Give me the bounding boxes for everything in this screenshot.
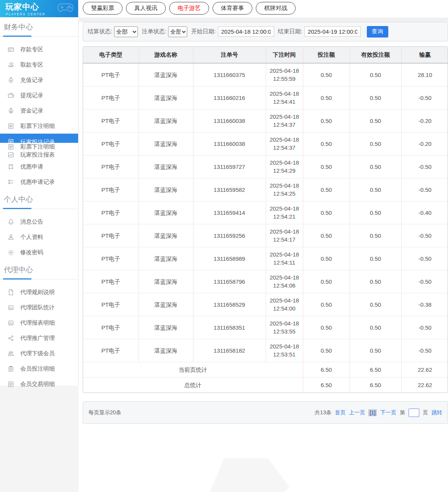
sidebar-item-label: 玩家投注报表 [20, 151, 55, 159]
gear-icon [8, 249, 14, 256]
jump-link[interactable]: 跳转 [432, 409, 442, 416]
column-header: 输赢 [401, 47, 448, 63]
cell-order-number: 1311658182 [193, 339, 266, 362]
tab-3[interactable]: 电子游艺 [169, 2, 209, 15]
tab-4[interactable]: 体育赛事 [213, 2, 252, 15]
cell-bet-amount: 0.50 [303, 155, 350, 178]
end-date-input[interactable] [304, 26, 361, 37]
tab-1[interactable]: 雙赢彩票 [83, 2, 123, 15]
column-header: 电子类型 [83, 47, 139, 63]
next-page-link[interactable]: 下一页 [380, 409, 396, 416]
cell-bet-amount: 0.50 [303, 109, 350, 132]
sidebar-item-profile[interactable]: 个人资料 [0, 229, 78, 245]
first-page-link[interactable]: 首页 [335, 409, 345, 416]
order-status-select[interactable]: 全部 [168, 26, 187, 37]
sidebar-item-withdraw-area[interactable]: 取款专区 [0, 57, 78, 72]
cell-game-name: 湛蓝深海 [139, 201, 193, 224]
cell-valid-bet-amount: 0.50 [350, 316, 401, 339]
sidebar-item-label: 消息公告 [20, 218, 43, 226]
current-page-indicator[interactable]: [1] [368, 409, 377, 416]
summary-row: 总统计6.506.5022.62 [83, 377, 448, 392]
cell-win-loss: 22.62 [401, 362, 448, 377]
bell-icon [8, 219, 14, 225]
sidebar-item-label: 彩票下注明细 [20, 123, 55, 130]
sidebar-item-lottery-bet-details[interactable]: 彩票下注明细 [0, 118, 78, 134]
sidebar-item-recharge-records[interactable]: 充值记录 [0, 72, 78, 88]
tab-5[interactable]: 棋牌对战 [256, 2, 296, 15]
table-row: PT电子湛蓝深海13116583512025-04-18 12:53:550.5… [83, 316, 448, 339]
sidebar-item-change-password[interactable]: 修改密码 [0, 245, 78, 260]
sidebar-item-label: 代理推广管理 [20, 335, 55, 342]
section-title: 代理中心 [0, 260, 78, 278]
sidebar-item-messages[interactable]: 消息公告 [0, 214, 78, 229]
sidebar-item-member-bet-details[interactable]: 会员投注明细 [0, 361, 78, 376]
sidebar-item-promo-apply[interactable]: 优惠申请 [0, 159, 78, 174]
sidebar-item-agent-sub-members[interactable]: 代理下级会员 [0, 346, 78, 361]
cell-bet-time: 2025-04-18 12:54:00 [266, 293, 303, 316]
cell-valid-bet-amount: 6.50 [350, 377, 401, 392]
prev-page-link[interactable]: 上一页 [349, 409, 365, 416]
cell-order-number: 1311658351 [193, 316, 266, 339]
sidebar-item-label: 充值记录 [20, 77, 43, 84]
document-icon [8, 139, 14, 143]
cell-valid-bet-amount: 0.50 [350, 86, 401, 109]
cell-bet-time: 2025-04-18 12:53:55 [266, 316, 303, 339]
section-title: 个人中心 [0, 190, 78, 208]
start-date-input[interactable] [218, 26, 274, 37]
cell-game-name: 湛蓝深海 [139, 339, 193, 362]
cell-win-loss: -0.20 [401, 109, 448, 132]
cell-bet-amount: 0.50 [303, 293, 350, 316]
sidebar-item-label: 个人资料 [20, 234, 43, 241]
table-row: PT电子湛蓝深海13116585292025-04-18 12:54:000.5… [83, 293, 448, 316]
sidebar-item-agent-rules[interactable]: 代理规则说明 [0, 284, 78, 300]
cell-order-number: 1311659414 [193, 201, 266, 224]
cell-game-type: PT电子 [83, 247, 139, 270]
sidebar-item-label: 修改密码 [20, 249, 43, 256]
cell-game-type: PT电子 [83, 293, 139, 316]
sidebar-item-label: 优惠申请 [20, 163, 43, 170]
column-header: 注单号 [193, 47, 266, 63]
sidebar-item-deposit-area[interactable]: 存款专区 [0, 42, 78, 57]
sidebar-item-label: 代理下级会员 [20, 350, 55, 357]
cell-bet-amount: 0.50 [303, 339, 350, 362]
bookmark-icon [8, 163, 14, 170]
cell-win-loss: -0.50 [401, 270, 448, 293]
order-status-label: 注单状态: [142, 28, 166, 35]
tab-2[interactable]: 真人视讯 [126, 2, 166, 15]
cell-order-number: 1311658796 [193, 270, 266, 293]
cell-bet-amount: 0.50 [303, 224, 350, 247]
cell-game-name: 湛蓝深海 [139, 86, 193, 109]
cell-win-loss: -0.38 [401, 293, 448, 316]
sidebar-item-member-transaction-details[interactable]: 会员交易明细 [0, 376, 78, 392]
sidebar-item-agent-report-details[interactable]: 代理报表明细 [0, 315, 78, 330]
sidebar-item-label: 彩票下注明细 [20, 143, 55, 150]
sidebar-item-promo-apply-records[interactable]: 优惠申请记录 [0, 174, 78, 190]
settle-status-select[interactable]: 全部 [114, 26, 138, 37]
sidebar-item-agent-team-stats[interactable]: 代理团队统计 [0, 300, 78, 315]
cell-game-type: PT电子 [83, 339, 139, 362]
sidebar-item-agent-promotion[interactable]: 代理推广管理 [0, 330, 78, 346]
start-date-label: 开始日期: [191, 28, 216, 35]
sidebar-item-withdraw-records[interactable]: 提现记录 [0, 88, 78, 103]
cell-bet-time: 2025-04-18 12:54:17 [266, 224, 303, 247]
jump-suffix-text: 页 [423, 409, 428, 416]
sidebar-item-label: 玩家投注记录 [20, 139, 55, 143]
cell-bet-time: 2025-04-18 12:55:59 [266, 63, 303, 86]
cell-valid-bet-amount: 0.50 [350, 270, 401, 293]
summary-label: 当前页统计 [83, 362, 303, 377]
cell-valid-bet-amount: 0.50 [350, 178, 401, 201]
cell-valid-bet-amount: 0.50 [350, 293, 401, 316]
sidebar-item-funds-records[interactable]: 资金记录 [0, 103, 78, 118]
sidebar-item-player-bet-records[interactable]: 玩家投注记录 [0, 134, 78, 143]
cell-bet-amount: 0.50 [303, 178, 350, 201]
column-header: 投注额 [303, 47, 350, 63]
sidebar-item-lottery-bet-details-sub[interactable]: 彩票下注明细 [0, 143, 78, 151]
report-board-icon [8, 320, 14, 326]
cell-game-name: 湛蓝深海 [139, 63, 193, 86]
page-number-input[interactable] [409, 409, 419, 417]
sidebar-item-player-bet-report[interactable]: 玩家投注报表 [0, 151, 78, 159]
total-count-text: 共13条 [315, 409, 332, 416]
cell-bet-time: 2025-04-18 12:54:41 [266, 86, 303, 109]
table-row: PT电子湛蓝深海13116587962025-04-18 12:54:060.5… [83, 270, 448, 293]
search-button[interactable]: 查询 [367, 26, 388, 38]
